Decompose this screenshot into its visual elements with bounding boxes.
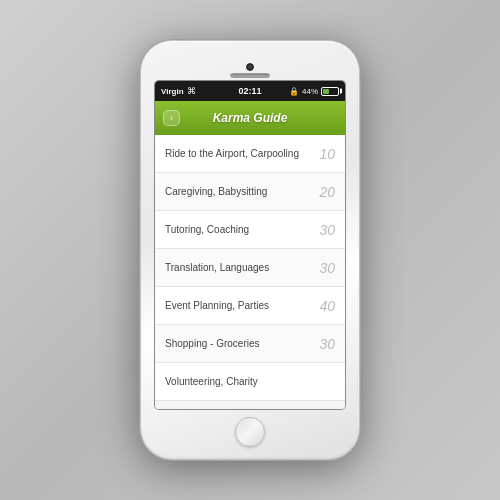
list-item[interactable]: Ride to the Airport, Carpooling 10 (155, 135, 345, 173)
item-label: Volunteering, Charity (165, 376, 258, 387)
item-label: Event Planning, Parties (165, 300, 269, 311)
wifi-icon: ⌘ (187, 86, 196, 96)
item-label: Ride to the Airport, Carpooling (165, 148, 299, 159)
item-value: 30 (319, 260, 335, 276)
item-value: 30 (319, 222, 335, 238)
item-label: Translation, Languages (165, 262, 269, 273)
status-left: Virgin ⌘ (161, 86, 196, 96)
nav-bar: ‹ Karma Guide (155, 101, 345, 135)
list-item[interactable]: Translation, Languages 30 (155, 249, 345, 287)
battery-percent: 44% (302, 87, 318, 96)
item-value: 10 (319, 146, 335, 162)
status-bar: Virgin ⌘ 02:11 🔒 44% (155, 81, 345, 101)
phone-frame: Virgin ⌘ 02:11 🔒 44% ‹ Karma Guide Ride … (140, 40, 360, 460)
item-label: Tutoring, Coaching (165, 224, 249, 235)
status-right: 🔒 44% (289, 87, 339, 96)
item-label: Shopping - Groceries (165, 338, 260, 349)
karma-list: Ride to the Airport, Carpooling 10 Careg… (155, 135, 345, 409)
battery-icon (321, 87, 339, 96)
list-item[interactable]: Shopping - Groceries 30 (155, 325, 345, 363)
battery-fill (323, 89, 329, 94)
back-button[interactable]: ‹ (163, 110, 180, 126)
item-value: 40 (319, 298, 335, 314)
chevron-left-icon: ‹ (170, 113, 173, 123)
lock-icon: 🔒 (289, 87, 299, 96)
list-item[interactable]: Caregiving, Babysitting 20 (155, 173, 345, 211)
item-value: 30 (319, 336, 335, 352)
phone-speaker (230, 73, 270, 78)
status-time: 02:11 (238, 86, 261, 96)
list-item[interactable]: Volunteering, Charity (155, 363, 345, 401)
nav-title: Karma Guide (213, 111, 288, 125)
item-label: Caregiving, Babysitting (165, 186, 267, 197)
home-button[interactable] (235, 417, 265, 447)
carrier-label: Virgin (161, 87, 184, 96)
phone-camera (246, 63, 254, 71)
list-item[interactable]: Tutoring, Coaching 30 (155, 211, 345, 249)
item-value: 20 (319, 184, 335, 200)
list-item[interactable]: Event Planning, Parties 40 (155, 287, 345, 325)
phone-screen: Virgin ⌘ 02:11 🔒 44% ‹ Karma Guide Ride … (155, 81, 345, 409)
